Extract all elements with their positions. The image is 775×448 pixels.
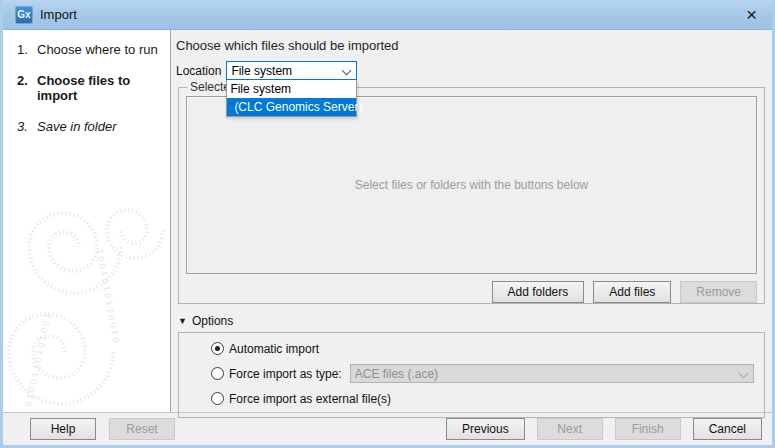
step-number: 3.	[17, 119, 37, 134]
wizard-step-1: 1. Choose where to run	[17, 42, 170, 57]
wizard-step-3: 3. Save in folder	[17, 119, 170, 134]
import-dialog-window: Gx Import × 1. Choose where to run 2. Ch…	[0, 0, 775, 448]
step-label: Choose where to run	[37, 42, 158, 57]
radio-force-import-external[interactable]	[211, 392, 224, 405]
wizard-step-2-current: 2. Choose files to import	[17, 73, 170, 103]
force-import-type-label: Force import as type:	[229, 367, 342, 381]
window-title: Import	[40, 7, 77, 22]
title-bar: Gx Import ×	[3, 0, 772, 30]
options-box: Automatic import Force import as type: A…	[178, 332, 765, 418]
main-panel: Choose which files should be imported Lo…	[171, 30, 772, 412]
options-section-label: Options	[192, 314, 233, 328]
force-import-external-label: Force import as external file(s)	[229, 392, 391, 406]
location-label: Location	[176, 64, 221, 78]
next-button: Next	[537, 418, 603, 440]
location-dropdown[interactable]: File system File system (CLC Genomics Se…	[226, 61, 357, 80]
footer-left-buttons: Help Reset	[30, 418, 175, 440]
location-row: Location File system File system (CLC Ge…	[176, 61, 772, 80]
add-files-button[interactable]: Add files	[593, 281, 671, 303]
watermark-decoration: 0 1 0 0 1 1 0 1 0 1 0 0 1 0 1 0 0 1 1 0 …	[3, 202, 171, 412]
help-button[interactable]: Help	[30, 418, 96, 440]
chevron-down-icon	[739, 369, 749, 379]
svg-text:0 1 0 0 1 1 0 1 0 1 0 0 1: 0 1 0 0 1 1 0 1 0 1 0 0 1	[95, 248, 121, 343]
force-import-type-row: Force import as type: ACE files (.ace)	[211, 364, 754, 383]
file-list-area[interactable]: Select files or folders with the buttons…	[186, 96, 757, 274]
location-dropdown-popup: File system (CLC Genomics Server)	[226, 80, 357, 117]
force-type-dropdown-value: ACE files (.ace)	[355, 367, 438, 381]
force-import-external-row: Force import as external file(s)	[211, 389, 754, 408]
force-type-dropdown: ACE files (.ace)	[350, 364, 754, 383]
page-title: Choose which files should be imported	[171, 30, 772, 53]
wizard-steps-sidebar: 1. Choose where to run 2. Choose files t…	[3, 30, 171, 412]
previous-button[interactable]: Previous	[446, 418, 525, 440]
remove-button: Remove	[680, 281, 757, 303]
step-number: 2.	[17, 73, 37, 103]
radio-automatic-import[interactable]	[211, 342, 224, 355]
location-dropdown-value: File system	[231, 64, 292, 78]
step-label: Choose files to import	[37, 73, 170, 103]
step-label: Save in folder	[37, 119, 117, 134]
close-icon[interactable]: ×	[746, 5, 757, 24]
dropdown-option-file-system[interactable]: File system	[227, 80, 356, 98]
add-folders-button[interactable]: Add folders	[492, 281, 585, 303]
chevron-down-icon	[342, 66, 352, 76]
step-number: 1.	[17, 42, 37, 57]
cancel-button[interactable]: Cancel	[693, 418, 762, 440]
footer-right-buttons: Previous Next Finish Cancel	[446, 418, 762, 440]
automatic-import-label: Automatic import	[229, 342, 319, 356]
app-icon-gx: Gx	[15, 6, 33, 24]
reset-button: Reset	[109, 418, 175, 440]
svg-text:0 1 0 0 1 1 0 1 0 1 0 0 1: 0 1 0 0 1 1 0 1 0 1 0 0 1	[23, 312, 53, 407]
file-buttons-row: Add folders Add files Remove	[186, 281, 757, 303]
dropdown-option-clc-genomics-server[interactable]: (CLC Genomics Server)	[227, 98, 356, 116]
finish-button: Finish	[615, 418, 681, 440]
collapse-triangle-icon: ▼	[178, 317, 187, 326]
automatic-import-row: Automatic import	[211, 339, 754, 358]
options-section-header[interactable]: ▼ Options	[178, 314, 772, 328]
file-list-placeholder: Select files or folders with the buttons…	[355, 178, 588, 192]
radio-force-import-type[interactable]	[211, 367, 224, 380]
